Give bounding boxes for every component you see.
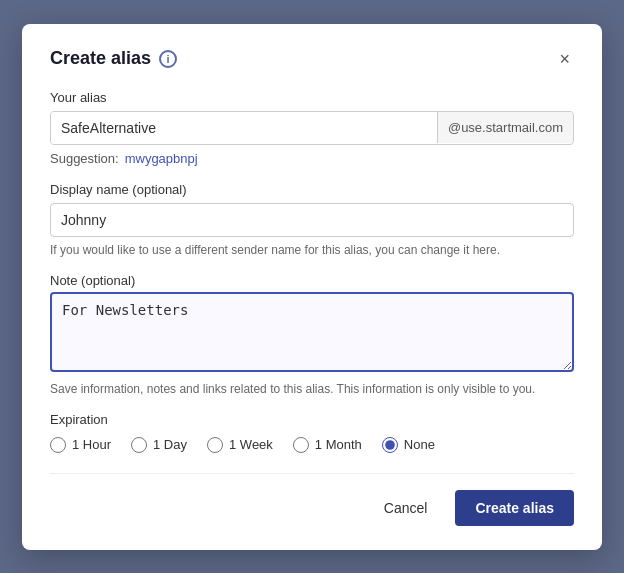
dialog-title: Create alias [50,48,151,69]
create-alias-dialog: Create alias i × Your alias @use.startma… [22,24,602,550]
expiration-label-1day: 1 Day [153,437,187,452]
close-button[interactable]: × [555,48,574,70]
expiration-label-1hour: 1 Hour [72,437,111,452]
alias-domain: @use.startmail.com [437,112,573,143]
expiration-label: Expiration [50,412,574,427]
expiration-option-1month[interactable]: 1 Month [293,437,362,453]
suggestion-label: Suggestion: [50,151,119,166]
alias-input-row: @use.startmail.com [50,111,574,145]
expiration-option-1day[interactable]: 1 Day [131,437,187,453]
expiration-label-none: None [404,437,435,452]
display-name-input[interactable] [50,203,574,237]
expiration-option-1hour[interactable]: 1 Hour [50,437,111,453]
info-icon[interactable]: i [159,50,177,68]
expiration-label-1month: 1 Month [315,437,362,452]
cancel-button[interactable]: Cancel [368,490,444,526]
display-name-label: Display name (optional) [50,182,574,197]
alias-field-section: Your alias @use.startmail.com Suggestion… [50,90,574,166]
expiration-section: Expiration 1 Hour 1 Day 1 Week 1 Month N… [50,412,574,453]
expiration-option-1week[interactable]: 1 Week [207,437,273,453]
expiration-option-none[interactable]: None [382,437,435,453]
expiration-label-1week: 1 Week [229,437,273,452]
suggestion-row: Suggestion: mwygapbnpj [50,151,574,166]
suggestion-value[interactable]: mwygapbnpj [125,151,198,166]
note-hint: Save information, notes and links relate… [50,382,574,396]
title-row: Create alias i [50,48,177,69]
display-name-section: Display name (optional) If you would lik… [50,182,574,257]
dialog-footer: Cancel Create alias [50,473,574,526]
note-section: Note (optional) For Newsletters Save inf… [50,273,574,396]
display-name-hint: If you would like to use a different sen… [50,243,574,257]
alias-input[interactable] [51,112,437,144]
create-alias-button[interactable]: Create alias [455,490,574,526]
alias-label: Your alias [50,90,574,105]
note-input[interactable]: For Newsletters [50,292,574,372]
dialog-header: Create alias i × [50,48,574,70]
note-label: Note (optional) [50,273,574,288]
expiration-options: 1 Hour 1 Day 1 Week 1 Month None [50,437,574,453]
